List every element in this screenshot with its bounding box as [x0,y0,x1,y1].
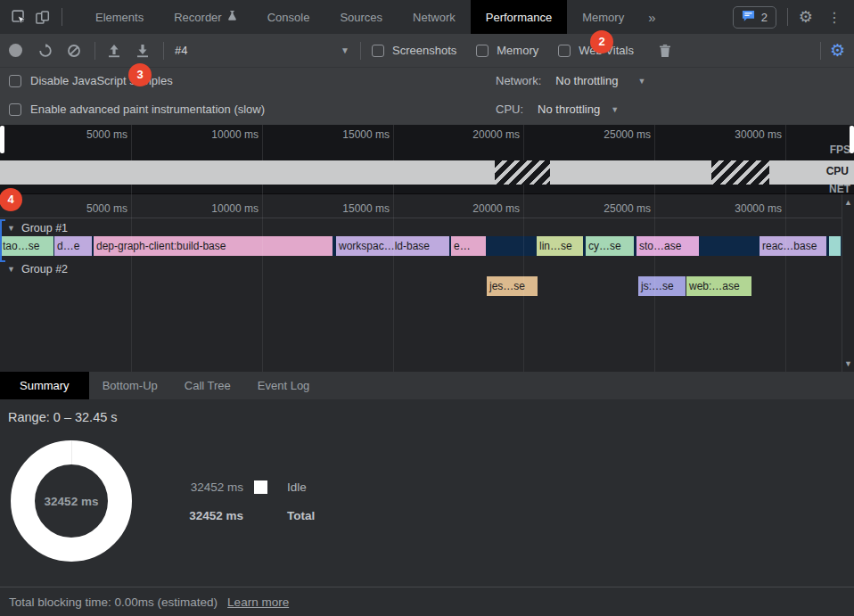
flame-event[interactable] [829,236,841,256]
tab-label: Recorder [174,11,221,24]
grid-line [131,194,132,372]
tab-console[interactable]: Console [252,0,325,34]
vertical-scrollbar[interactable]: ▲ ▼ [842,194,854,372]
cpu-busy-region [711,160,769,185]
screenshots-checkbox[interactable]: Screenshots [372,44,456,57]
chevron-down-icon: ▼ [637,77,645,86]
tab-label: Sources [340,11,382,24]
time-tick-label: 30000 ms [714,202,782,215]
checkbox-icon [9,75,21,87]
device-toolbar-icon[interactable] [34,9,50,25]
legend-label: Total [287,509,315,522]
checkbox-icon [558,45,571,57]
donut-total-label: 32452 ms [45,495,99,508]
divider [820,42,821,60]
legend-swatch-spacer [254,509,267,522]
flame-event[interactable]: web:…ase [686,276,751,296]
checkbox-icon [372,45,384,57]
divider [94,42,95,60]
tab-item[interactable]: » [639,0,664,34]
time-tick-label: 5000 ms [60,128,127,141]
details-tab-summary[interactable]: Summary [0,372,89,399]
details-tab-call-tree[interactable]: Call Tree [171,372,244,399]
network-throttling-select[interactable]: No throttling ▼ [555,74,645,87]
time-tick-label: 20000 ms [452,128,520,141]
tab-network[interactable]: Network [398,0,471,34]
tab-recorder[interactable]: Recorder [159,0,251,34]
group-1-track: tao…sed…edep-graph-client:build-basework… [0,236,842,256]
overview-right-handle[interactable] [850,126,854,153]
time-tick-label: 5000 ms [60,202,127,215]
memory-checkbox[interactable]: Memory [476,44,538,57]
learn-more-link[interactable]: Learn more [227,595,289,609]
chevron-down-icon: ▼ [341,45,349,55]
advanced-paint-checkbox[interactable]: Enable advanced paint instrumentation (s… [9,103,265,116]
group-2-header[interactable]: ▼ Group #2 [7,262,68,276]
inspect-element-icon[interactable] [11,9,27,25]
tab-performance[interactable]: Performance [471,0,567,34]
annotation-badge-4: 4 [0,188,22,211]
cpu-throttling-select[interactable]: No throttling ▼ [538,103,619,116]
load-profile-button[interactable] [103,39,126,62]
overview-left-handle[interactable] [0,126,4,153]
legend-swatch [254,480,267,494]
scroll-down-icon[interactable]: ▼ [842,359,854,368]
status-footer: Total blocking time: 0.00ms (estimated) … [0,587,854,616]
group-1-header[interactable]: ▼ Group #1 [7,221,68,235]
cpu-lane-label: CPU [825,165,850,177]
time-tick-label: 15000 ms [322,202,390,215]
recording-select[interactable]: #4 ▼ [175,44,349,57]
record-button[interactable] [4,39,27,62]
scroll-up-icon[interactable]: ▲ [842,198,854,207]
flame-event[interactable]: reac…base [760,236,826,256]
devtools-tab-bar: ElementsRecorderConsoleSourcesNetworkPer… [0,0,854,34]
reload-and-record-button[interactable] [34,39,57,62]
more-options-kebab-icon[interactable]: ⋮ [824,9,845,26]
performance-toolbar: #4 ▼ ScreenshotsMemoryWeb Vitals ⚙ [0,34,854,68]
time-tick-label: 25000 ms [583,202,651,215]
cpu-busy-region [495,160,550,185]
tab-memory[interactable]: Memory [567,0,639,34]
flame-event[interactable]: e… [451,236,486,256]
divider [787,8,788,26]
tab-sources[interactable]: Sources [324,0,398,34]
timeline-overview[interactable]: 5000 ms10000 ms15000 ms20000 ms25000 ms3… [0,125,854,194]
network-throttling-value: No throttling [555,74,618,87]
issues-count: 2 [761,11,768,24]
details-tab-event-log[interactable]: Event Log [244,372,324,399]
record-circle-icon [9,44,22,57]
group-2-name: Group #2 [21,263,68,275]
flame-event[interactable]: sto…ase [636,236,699,256]
flame-event[interactable]: d…e [54,236,92,256]
annotation-badge-2: 2 [590,30,613,53]
flame-event[interactable]: lin…se [537,236,583,256]
details-tab-bottom-up[interactable]: Bottom-Up [89,372,171,399]
net-lane-label: NET [829,183,850,195]
tab-label: Elements [95,11,144,24]
flame-event[interactable]: jes…se [487,276,538,296]
flame-event[interactable]: tao…se [0,236,53,256]
recording-select-value: #4 [175,44,187,57]
cpu-throttling-row: CPU: No throttling ▼ [496,103,619,116]
flame-event[interactable]: js:…se [638,276,686,296]
devtools-performance-panel: ElementsRecorderConsoleSourcesNetworkPer… [0,0,854,616]
flame-event[interactable]: dep-graph-client:build-base [94,236,333,256]
settings-gear-icon[interactable]: ⚙ [799,9,813,25]
tab-elements[interactable]: Elements [80,0,159,34]
divider [360,42,361,60]
issues-counter-button[interactable]: 2 [733,6,776,29]
legend-value: 32452 ms [183,509,243,522]
divider [62,8,62,26]
trash-icon[interactable] [653,39,677,62]
group-1-name: Group #1 [21,222,68,234]
flame-event[interactable]: cy…se [586,236,634,256]
clear-recordings-icon[interactable] [62,39,86,62]
legend-value: 32452 ms [183,480,243,494]
group-2-track: jes…sejs:…seweb:…ase [0,276,842,296]
time-tick-label: 25000 ms [583,128,651,141]
capture-settings-gear-icon[interactable]: ⚙ [830,42,845,59]
tab-label: Performance [486,11,552,24]
save-profile-button[interactable] [131,39,154,62]
panel-tabs: ElementsRecorderConsoleSourcesNetworkPer… [80,0,664,34]
flask-icon [227,10,237,24]
